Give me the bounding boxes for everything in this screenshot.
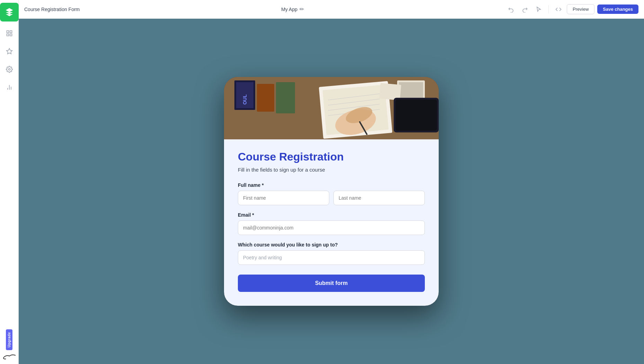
upgrade-badge[interactable]: Upgrade bbox=[6, 329, 12, 350]
svg-rect-28 bbox=[395, 99, 437, 131]
form-title: Course Registration bbox=[238, 150, 425, 163]
email-field bbox=[238, 220, 425, 235]
page-title: Course Registration Form bbox=[24, 7, 80, 12]
full-name-group: Full name * bbox=[238, 182, 425, 205]
svg-rect-25 bbox=[399, 82, 423, 99]
topbar-center: My App ✏ bbox=[84, 6, 501, 12]
full-name-label: Full name * bbox=[238, 182, 425, 188]
svg-rect-3 bbox=[10, 34, 12, 36]
email-label: Email * bbox=[238, 212, 425, 218]
svg-rect-23 bbox=[276, 82, 295, 113]
topbar-actions: Preview Save changes bbox=[506, 4, 638, 15]
bird-logo bbox=[2, 353, 16, 360]
topbar-divider bbox=[548, 5, 549, 14]
sidebar-item-pin[interactable] bbox=[2, 44, 16, 58]
app-logo[interactable] bbox=[0, 3, 19, 21]
svg-point-4 bbox=[8, 69, 10, 70]
undo-button[interactable] bbox=[506, 4, 517, 15]
form-card: Course Registration Fill in the fields t… bbox=[224, 139, 439, 306]
sidebar-item-analytics[interactable] bbox=[2, 80, 16, 94]
cursor-button[interactable] bbox=[533, 4, 544, 15]
sidebar-item-grid[interactable] bbox=[2, 26, 16, 40]
form-subtitle: Fill in the fields to sign up for a cour… bbox=[238, 167, 425, 173]
sidebar-item-settings[interactable] bbox=[2, 62, 16, 76]
redo-button[interactable] bbox=[519, 4, 530, 15]
course-input[interactable] bbox=[238, 250, 425, 265]
svg-rect-22 bbox=[257, 84, 274, 112]
app-name: My App bbox=[281, 7, 297, 12]
first-name-input[interactable] bbox=[238, 191, 329, 205]
first-name-field bbox=[238, 191, 329, 205]
canvas: OUL Course Registration Fill in the fiel… bbox=[19, 19, 644, 364]
code-button[interactable] bbox=[553, 4, 564, 15]
email-input[interactable] bbox=[238, 220, 425, 235]
svg-rect-2 bbox=[7, 34, 9, 36]
course-label: Which course would you like to sign up t… bbox=[238, 242, 425, 248]
sidebar-bottom: Upgrade bbox=[2, 329, 16, 364]
course-group: Which course would you like to sign up t… bbox=[238, 242, 425, 265]
phone-frame: OUL Course Registration Fill in the fiel… bbox=[224, 77, 439, 306]
preview-button[interactable]: Preview bbox=[567, 4, 594, 14]
svg-text:OUL: OUL bbox=[242, 94, 248, 105]
save-button[interactable]: Save changes bbox=[597, 5, 638, 14]
last-name-input[interactable] bbox=[333, 191, 425, 205]
submit-button[interactable]: Submit form bbox=[238, 275, 425, 292]
email-group: Email * bbox=[238, 212, 425, 235]
last-name-field bbox=[333, 191, 425, 205]
edit-icon[interactable]: ✏ bbox=[299, 6, 304, 12]
name-row bbox=[238, 191, 425, 205]
svg-rect-0 bbox=[7, 31, 9, 33]
course-field bbox=[238, 250, 425, 265]
topbar: Course Registration Form My App ✏ bbox=[19, 0, 644, 19]
hero-image: OUL bbox=[224, 77, 439, 139]
sidebar: Upgrade bbox=[0, 0, 19, 364]
svg-rect-1 bbox=[10, 31, 12, 33]
main-area: Course Registration Form My App ✏ bbox=[19, 0, 644, 364]
